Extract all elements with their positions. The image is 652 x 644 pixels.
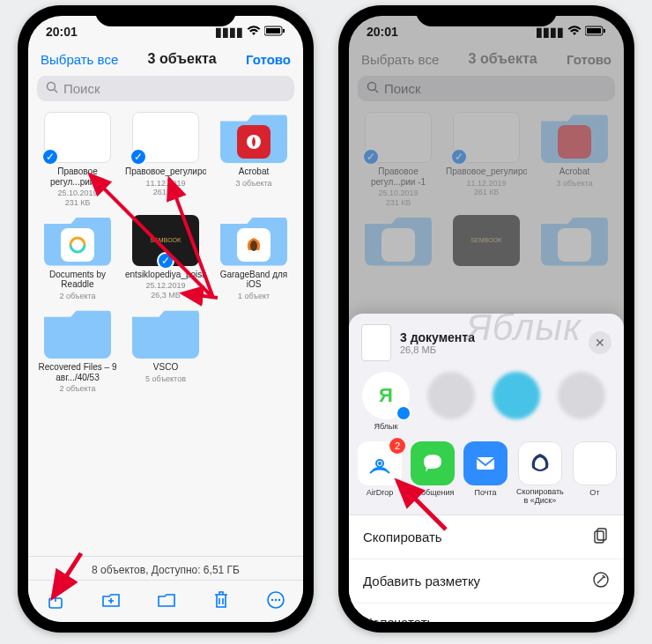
svg-point-24 (378, 462, 382, 465)
selected-check-icon: ✓ (130, 148, 147, 166)
search-icon (46, 81, 58, 96)
svg-rect-2 (283, 29, 285, 33)
share-contact[interactable] (423, 372, 479, 431)
document-icon (361, 324, 391, 361)
notch (416, 5, 557, 26)
sheet-title: 3 документа (400, 330, 475, 344)
documents-icon (61, 228, 94, 262)
file-item[interactable]: ✓ Правовое регул...рии -1 25.10.2019231 … (35, 112, 120, 208)
new-folder-button[interactable] (101, 590, 121, 612)
file-thumbnail: ✓ (132, 112, 199, 163)
bottom-toolbar (28, 580, 303, 622)
book-thumbnail: SEMBOOK ✓ (132, 215, 199, 266)
copy-icon (592, 527, 610, 547)
airdrop-contacts-row: Я Яблык (349, 368, 624, 436)
file-item[interactable]: SEMBOOK ✓ entsiklopediya_poisko...heniya… (123, 215, 208, 301)
nav-bar: Выбрать все 3 объекта Готово (28, 48, 303, 72)
file-thumbnail: ✓ (44, 112, 111, 163)
folder-item[interactable]: Recovered Files – 9 авг.../40/53 2 объек… (35, 307, 120, 394)
svg-rect-26 (597, 529, 606, 540)
move-button[interactable] (157, 590, 176, 612)
delete-button[interactable] (212, 590, 230, 612)
share-app-mail[interactable]: Почта (463, 441, 508, 506)
folder-item[interactable]: GarageBand для iOS 1 объект (211, 215, 296, 301)
signal-icon: ▮▮▮▮ (215, 25, 243, 39)
action-copy[interactable]: Скопировать (349, 515, 624, 559)
folder-thumbnail (44, 215, 111, 266)
svg-line-4 (55, 90, 58, 93)
folder-item[interactable]: Documents by Readdle 2 объекта (35, 215, 120, 301)
folder-item[interactable]: Acrobat 3 объекта (211, 112, 296, 208)
folder-thumbnail (220, 112, 287, 163)
done-link[interactable]: Готово (246, 52, 291, 67)
watermark: Яблык (466, 307, 582, 349)
share-app-disk[interactable]: Скопировать в «Диск» (516, 441, 564, 506)
select-all-link[interactable]: Выбрать все (41, 52, 118, 67)
share-contact[interactable] (488, 372, 545, 431)
svg-rect-1 (266, 28, 280, 33)
selected-check-icon: ✓ (41, 148, 59, 166)
share-contact[interactable]: Я Яблык (358, 372, 414, 431)
selected-check-icon: ✓ (157, 252, 174, 270)
svg-point-12 (274, 599, 276, 601)
airdrop-badge: 2 (389, 438, 405, 454)
file-item[interactable]: ✓ Правовое_регулиро...еской 11.12.201926… (123, 112, 208, 208)
folder-thumbnail (220, 215, 287, 266)
close-button[interactable]: ✕ (589, 331, 611, 354)
share-app-messages[interactable]: Сообщения (411, 441, 455, 506)
share-sheet: 3 документа 26,8 МБ ✕ Я Яблык (349, 314, 624, 622)
folder-item[interactable]: VSCO 5 объектов (123, 307, 208, 394)
action-print[interactable]: Напечатать (349, 603, 624, 622)
folder-thumbnail (44, 307, 111, 359)
svg-rect-25 (477, 457, 494, 470)
airdrop-badge-icon (396, 405, 411, 421)
garageband-icon (237, 228, 270, 262)
more-button[interactable] (266, 590, 285, 612)
wifi-icon (247, 25, 261, 39)
svg-point-8 (250, 241, 257, 251)
svg-rect-27 (595, 531, 604, 543)
sheet-subtitle: 26,8 МБ (400, 344, 475, 355)
notch (95, 5, 236, 26)
footer-info: 8 объектов, Доступно: 6,51 ГБ (28, 556, 303, 580)
svg-point-11 (270, 599, 272, 601)
share-actions-list: Скопировать Добавить разметку Напечатать (349, 515, 624, 622)
markup-icon (592, 571, 610, 591)
phone-left: 20:01 ▮▮▮▮ Выбрать все 3 объекта Готово (18, 5, 314, 633)
share-contact[interactable] (553, 372, 610, 431)
search-input[interactable]: Поиск (37, 76, 294, 101)
status-time: 20:01 (46, 25, 78, 39)
share-button[interactable] (46, 590, 65, 612)
battery-icon (264, 25, 285, 39)
action-markup[interactable]: Добавить разметку (349, 559, 624, 603)
share-app-more[interactable]: От (573, 441, 617, 506)
folder-thumbnail (132, 307, 199, 359)
svg-point-3 (48, 83, 56, 91)
search-placeholder: Поиск (63, 81, 100, 96)
share-apps-row: 2 AirDrop Сообщения Почта Скопиров (349, 436, 624, 515)
page-title: 3 объекта (148, 51, 217, 67)
svg-point-13 (278, 599, 279, 601)
file-grid: ✓ Правовое регул...рии -1 25.10.2019231 … (28, 107, 303, 394)
acrobat-icon (237, 125, 270, 159)
share-app-airdrop[interactable]: 2 AirDrop (358, 441, 402, 506)
